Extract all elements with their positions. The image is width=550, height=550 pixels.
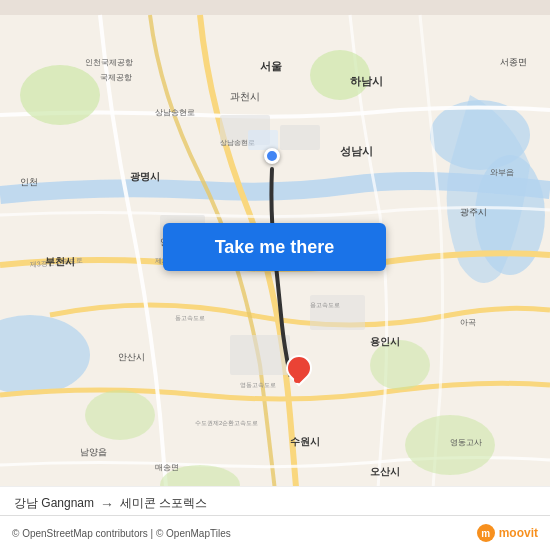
svg-text:수도권제2순환고속도로: 수도권제2순환고속도로 [195,420,258,426]
bottom-bar: © OpenStreetMap contributors | © OpenMap… [0,515,550,550]
svg-text:과천시: 과천시 [230,91,260,102]
svg-text:상남송현로: 상남송현로 [155,108,195,117]
svg-text:남양읍: 남양읍 [80,447,107,457]
svg-text:매송면: 매송면 [155,463,179,472]
svg-text:아곡: 아곡 [460,318,476,327]
svg-text:성남시: 성남시 [340,145,373,157]
svg-text:와부읍: 와부읍 [490,168,514,177]
svg-rect-14 [310,295,365,330]
svg-text:서울: 서울 [260,60,282,72]
destination-marker [286,355,308,383]
svg-text:하남시: 하남시 [350,75,383,87]
svg-text:용인시: 용인시 [370,336,400,347]
svg-rect-47 [248,130,278,150]
moovit-logo-icon: m [477,524,495,542]
svg-point-8 [370,340,430,390]
svg-text:광주시: 광주시 [460,207,487,217]
svg-point-6 [85,390,155,440]
svg-text:수원시: 수원시 [290,436,320,447]
svg-text:서종면: 서종면 [500,57,527,67]
to-location: 세미콘 스포렉스 [120,495,207,512]
svg-text:광명시: 광명시 [130,171,160,182]
svg-text:용고속도로: 용고속도로 [310,302,340,308]
map-container: 제3경인고속도로 제2경인고속도로 동고속도로 용고속도로 수도권제2순환고속도… [0,0,550,550]
take-me-there-button[interactable]: Take me there [163,223,386,271]
svg-text:영동고속도로: 영동고속도로 [240,382,276,388]
svg-rect-11 [280,125,320,150]
origin-marker [264,148,280,164]
svg-text:동고속도로: 동고속도로 [175,315,205,321]
moovit-brand-name: moovit [499,526,538,540]
svg-point-4 [20,65,100,125]
attribution-text: © OpenStreetMap contributors | © OpenMap… [12,528,231,539]
svg-text:인천국제공항: 인천국제공항 [85,58,133,67]
svg-rect-12 [230,335,290,375]
map-background: 제3경인고속도로 제2경인고속도로 동고속도로 용고속도로 수도권제2순환고속도… [0,0,550,550]
svg-text:인천: 인천 [20,177,38,187]
svg-text:오산시: 오산시 [370,466,400,477]
svg-text:국제공항: 국제공항 [100,73,132,82]
svg-text:부천시: 부천시 [45,256,75,267]
from-location: 강남 Gangnam [14,495,94,512]
svg-text:영동고사: 영동고사 [450,438,482,447]
arrow-icon: → [100,496,114,512]
moovit-logo: m moovit [477,524,538,542]
svg-text:안산시: 안산시 [118,352,145,362]
